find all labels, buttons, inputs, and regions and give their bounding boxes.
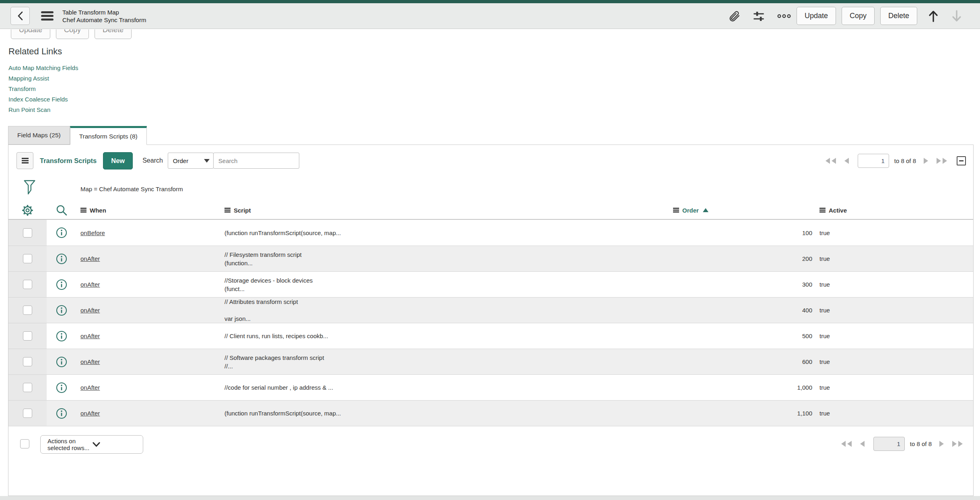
script-cell[interactable]: // Software packages transform script//.… [224, 353, 324, 370]
attachment-icon[interactable] [728, 10, 740, 22]
previous-page-icon[interactable] [844, 157, 850, 164]
personalize-sliders-icon[interactable] [752, 10, 765, 23]
when-link[interactable]: onAfter [80, 281, 100, 288]
list-title: Transform Scripts [40, 157, 97, 165]
filter-breadcrumb[interactable]: Map = Chef Automate Sync Transform [80, 186, 183, 192]
collapse-list-icon[interactable] [957, 156, 966, 165]
when-link[interactable]: onAfter [80, 255, 100, 262]
row-checkbox[interactable] [23, 306, 32, 315]
row-checkbox[interactable] [23, 331, 32, 341]
next-page-icon[interactable] [939, 440, 945, 447]
form-copy-button[interactable]: Copy [56, 29, 89, 39]
bottom-strip [0, 496, 980, 500]
page-input[interactable] [873, 437, 905, 451]
last-page-icon[interactable] [936, 157, 948, 164]
scroll-up-icon[interactable] [928, 10, 939, 23]
column-menu-icon[interactable] [819, 208, 826, 213]
list-context-menu-button[interactable] [16, 152, 33, 169]
back-button[interactable] [10, 7, 30, 25]
gear-icon[interactable] [21, 204, 34, 217]
tab-transform-scripts[interactable]: Transform Scripts (8) [70, 126, 147, 145]
copy-button[interactable]: Copy [842, 7, 875, 25]
search-input[interactable] [213, 153, 299, 169]
dropdown-arrow-icon [204, 159, 210, 163]
list-footer: Actions on selected rows... to 8 of 8 [8, 426, 973, 496]
column-header-active[interactable]: Active [816, 207, 973, 214]
row-checkbox[interactable] [23, 254, 32, 263]
info-icon[interactable] [56, 382, 67, 393]
previous-page-icon[interactable] [859, 440, 865, 447]
select-all-checkbox[interactable] [20, 439, 29, 448]
table-row: onAfter (function runTransformScript(sou… [8, 400, 973, 426]
related-link[interactable]: Run Point Scan [8, 105, 78, 115]
update-button[interactable]: Update [797, 7, 836, 25]
row-checkbox[interactable] [23, 357, 32, 366]
search-column-icon[interactable] [56, 204, 68, 216]
related-link[interactable]: Index Coalesce Fields [8, 94, 78, 105]
column-menu-icon[interactable] [80, 208, 86, 213]
last-page-icon[interactable] [951, 440, 964, 447]
pagination-range: to 8 of 8 [910, 440, 932, 447]
related-link[interactable]: Transform [8, 84, 78, 94]
when-link[interactable]: onAfter [80, 307, 100, 314]
sort-ascending-icon [703, 208, 708, 212]
column-label-when: When [90, 207, 106, 214]
script-cell[interactable]: // Filesystem transform script(function.… [224, 250, 302, 267]
column-header-when[interactable]: When [76, 207, 220, 214]
column-header-row: When Script Order [8, 201, 973, 220]
chevron-left-icon [17, 11, 23, 21]
form-update-button[interactable]: Update [11, 29, 50, 39]
related-link[interactable]: Mapping Assist [8, 73, 78, 84]
info-icon[interactable] [56, 408, 67, 419]
column-header-script[interactable]: Script [220, 207, 672, 214]
column-menu-icon[interactable] [673, 208, 679, 213]
when-link[interactable]: onAfter [80, 384, 100, 391]
row-checkbox[interactable] [23, 383, 32, 392]
row-checkbox[interactable] [23, 409, 32, 418]
script-cell[interactable]: // Attributes transform script var json.… [224, 298, 298, 323]
column-header-order[interactable]: Order [672, 207, 816, 214]
active-cell: true [816, 255, 973, 262]
order-cell: 500 [672, 333, 816, 339]
new-button[interactable]: New [103, 152, 133, 169]
delete-button[interactable]: Delete [880, 7, 917, 25]
scroll-down-icon[interactable] [951, 10, 962, 23]
info-icon[interactable] [56, 331, 67, 342]
pagination-bottom: to 8 of 8 [834, 437, 964, 451]
when-link[interactable]: onAfter [80, 333, 100, 339]
info-icon[interactable] [56, 356, 67, 368]
info-icon[interactable] [56, 227, 67, 238]
active-cell: true [816, 333, 973, 339]
when-link[interactable]: onBefore [80, 229, 105, 236]
first-page-icon[interactable] [825, 157, 837, 164]
filter-icon[interactable] [24, 180, 35, 195]
when-link[interactable]: onAfter [80, 410, 100, 417]
info-icon[interactable] [56, 253, 67, 264]
script-cell[interactable]: (function runTransformScript(source, map… [224, 409, 341, 417]
next-page-icon[interactable] [923, 157, 929, 164]
first-page-icon[interactable] [840, 440, 852, 447]
script-cell[interactable]: //code for serial number , ip address & … [224, 383, 333, 392]
search-field-select[interactable]: Order [168, 153, 214, 169]
column-menu-icon[interactable] [224, 208, 231, 213]
info-icon[interactable] [56, 305, 67, 316]
tab-field-maps[interactable]: Field Maps (25) [8, 126, 70, 145]
when-link[interactable]: onAfter [80, 358, 100, 365]
actions-select[interactable]: Actions on selected rows... [40, 435, 143, 454]
table-row: onAfter //Storage devices - block device… [8, 271, 973, 297]
row-checkbox[interactable] [23, 280, 32, 289]
column-label-script: Script [234, 207, 251, 214]
script-cell[interactable]: (function runTransformScript(source, map… [224, 229, 341, 237]
form-delete-button[interactable]: Delete [95, 29, 132, 39]
script-cell[interactable]: // Client runs, run lists, recipes cookb… [224, 332, 328, 340]
script-cell[interactable]: //Storage devices - block devices(funct.… [224, 276, 313, 293]
related-links-section: Related Links Auto Map Matching FieldsMa… [8, 46, 78, 115]
page-input[interactable] [858, 154, 889, 168]
related-link[interactable]: Auto Map Matching Fields [8, 63, 78, 73]
row-checkbox[interactable] [23, 228, 32, 238]
more-options-icon[interactable] [777, 14, 791, 19]
table-row: onAfter // Client runs, run lists, recip… [8, 323, 973, 349]
form-context-menu-icon[interactable] [41, 11, 54, 21]
search-label: Search [142, 157, 163, 164]
info-icon[interactable] [56, 279, 67, 290]
